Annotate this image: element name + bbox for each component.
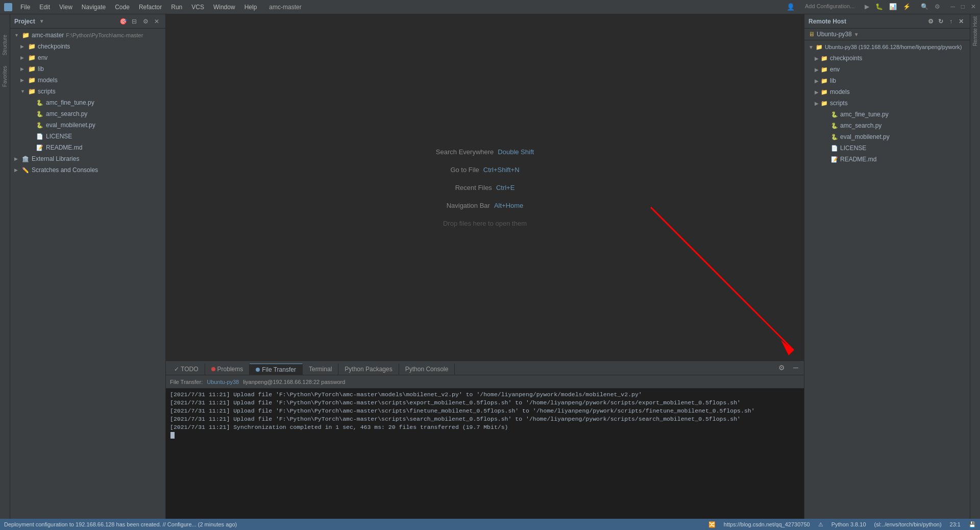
- tree-item-models[interactable]: ▶ 📁 models: [10, 75, 165, 86]
- remote-host-panel: Remote Host ⚙ ↻ ↑ ✕ 🖥 Ubuntu-py38 ▼ ▼ 📁: [804, 14, 970, 519]
- remote-lib-label: lib: [830, 77, 836, 84]
- remote-server-dropdown[interactable]: 🖥 Ubuntu-py38 ▼: [804, 29, 970, 40]
- tab-file-transfer[interactable]: File Transfer: [250, 364, 303, 375]
- remote-host-upload-btn[interactable]: ↑: [946, 17, 955, 26]
- remote-host-close-btn[interactable]: ✕: [957, 17, 966, 26]
- remote-item-amc-search[interactable]: 🐍 amc_search.py: [804, 120, 970, 131]
- status-url[interactable]: https://blog.csdn.net/qq_42730750: [724, 521, 810, 528]
- tab-terminal[interactable]: Terminal: [303, 364, 338, 375]
- minimize-button[interactable]: ─: [950, 3, 955, 11]
- problems-label: Problems: [217, 366, 243, 373]
- python-packages-label: Python Packages: [345, 366, 392, 373]
- menu-navigate[interactable]: Navigate: [78, 3, 110, 12]
- tree-readme-label: README.md: [46, 144, 82, 151]
- tab-python-packages[interactable]: Python Packages: [338, 364, 399, 375]
- structure-label[interactable]: Structure: [2, 35, 8, 56]
- bottom-tabs: ✓ TODO Problems File Transfer Terminal P…: [166, 361, 804, 375]
- python-path: (sl:../envs/torch/bin/python): [874, 521, 942, 528]
- tree-item-eval-mobilenet[interactable]: 🐍 eval_mobilenet.py: [10, 119, 165, 131]
- remote-item-amc-fine-tune[interactable]: 🐍 amc_fine_tune.py: [804, 109, 970, 120]
- bottom-panel-minimize[interactable]: ─: [790, 362, 802, 374]
- run-button[interactable]: ▶: [865, 3, 869, 11]
- remote-item-eval-mobilenet[interactable]: 🐍 eval_mobilenet.py: [804, 131, 970, 142]
- tree-lib-label: lib: [38, 65, 44, 73]
- remote-env-expand: ▶: [815, 67, 819, 73]
- settings-icon[interactable]: ⚙: [935, 3, 940, 11]
- eval-mobilenet-icon: 🐍: [36, 121, 44, 129]
- tree-amc-search-label: amc_search.py: [46, 110, 87, 117]
- project-close-button[interactable]: ✕: [152, 17, 161, 26]
- remote-item-lib[interactable]: ▶ 📁 lib: [804, 75, 970, 86]
- tree-item-scripts[interactable]: ▼ 📁 scripts: [10, 86, 165, 97]
- license-icon: 📄: [36, 132, 44, 140]
- remote-item-readme[interactable]: 📝 README.md: [804, 154, 970, 165]
- favorites-label[interactable]: Favorites: [2, 66, 8, 87]
- close-button[interactable]: ✕: [971, 3, 976, 11]
- remote-checkpoints-icon: 📁: [821, 55, 828, 62]
- menu-refactor[interactable]: Refactor: [135, 3, 166, 12]
- tree-checkpoints-label: checkpoints: [38, 43, 70, 50]
- remote-env-label: env: [830, 66, 840, 73]
- bottom-panel-settings[interactable]: ⚙: [775, 362, 788, 374]
- status-bar-right: 🔀 https://blog.csdn.net/qq_42730750 ⚠ Py…: [708, 521, 976, 528]
- menu-help[interactable]: Help: [240, 3, 261, 12]
- right-sidebar-strip: Remote Host: [970, 14, 980, 519]
- debug-button[interactable]: 🐛: [875, 3, 883, 11]
- remote-lib-expand: ▶: [815, 78, 819, 84]
- problems-dot: [211, 367, 215, 371]
- remote-host-refresh-btn[interactable]: ↻: [936, 17, 945, 26]
- root-folder-icon: 📁: [21, 31, 30, 39]
- add-config-button[interactable]: Add Configuration...: [805, 3, 854, 11]
- scripts-expand-icon: ▼: [20, 89, 27, 94]
- profile-button[interactable]: ⚡: [903, 3, 911, 11]
- remote-item-scripts[interactable]: ▶ 📁 scripts: [804, 98, 970, 109]
- log-line-4: [2021/7/31 11:21] Upload file 'F:\Python…: [170, 415, 800, 423]
- menu-run[interactable]: Run: [167, 3, 186, 12]
- log-line-1: [2021/7/31 11:21] Upload file 'F:\Python…: [170, 391, 800, 399]
- tree-item-checkpoints[interactable]: ▶ 📁 checkpoints: [10, 41, 165, 52]
- tab-todo[interactable]: ✓ TODO: [168, 364, 205, 375]
- remote-server-arrow: ▼: [854, 32, 859, 37]
- tree-item-license[interactable]: 📄 LICENSE: [10, 131, 165, 142]
- tab-python-console[interactable]: Python Console: [399, 364, 455, 375]
- user-icon[interactable]: 👤: [787, 3, 795, 11]
- menu-code[interactable]: Code: [111, 3, 134, 12]
- menu-file[interactable]: File: [16, 3, 34, 12]
- file-transfer-server-link[interactable]: Ubuntu-py38: [207, 379, 239, 385]
- tree-item-readme[interactable]: 📝 README.md: [10, 142, 165, 153]
- terminal-content[interactable]: [2021/7/31 11:21] Upload file 'F:\Python…: [166, 389, 804, 519]
- remote-item-checkpoints[interactable]: ▶ 📁 checkpoints: [804, 53, 970, 64]
- tree-item-amc-fine-tune[interactable]: 🐍 amc_fine_tune.py: [10, 97, 165, 108]
- tree-item-scratches[interactable]: ▶ ✏️ Scratches and Consoles: [10, 164, 165, 176]
- locate-file-button[interactable]: 🎯: [118, 17, 128, 26]
- remote-item-env[interactable]: ▶ 📁 env: [804, 64, 970, 75]
- tree-item-lib[interactable]: ▶ 📁 lib: [10, 63, 165, 75]
- maximize-button[interactable]: □: [961, 3, 965, 11]
- tab-problems[interactable]: Problems: [205, 364, 250, 375]
- remote-item-license[interactable]: 📄 LICENSE: [804, 142, 970, 154]
- remote-item-models[interactable]: ▶ 📁 models: [804, 86, 970, 98]
- remote-scripts-icon: 📁: [821, 100, 828, 107]
- status-bar: Deployment configuration to 192.168.66.1…: [0, 519, 980, 530]
- project-dropdown-icon[interactable]: ▼: [39, 18, 44, 24]
- tree-item-amc-search[interactable]: 🐍 amc_search.py: [10, 108, 165, 119]
- models-folder-icon: 📁: [28, 76, 36, 84]
- menu-view[interactable]: View: [55, 3, 77, 12]
- menu-vcs[interactable]: VCS: [187, 3, 208, 12]
- tree-root[interactable]: ▼ 📁 amc-master F:\Python\PyTorch\amc-mas…: [10, 30, 165, 41]
- collapse-all-button[interactable]: ⊟: [130, 17, 139, 26]
- coverage-button[interactable]: 📊: [889, 3, 897, 11]
- nav-bar-key: Alt+Home: [494, 202, 523, 209]
- menu-window[interactable]: Window: [209, 3, 239, 12]
- remote-host-strip-label[interactable]: Remote Host: [972, 16, 978, 46]
- menu-edit[interactable]: Edit: [35, 3, 54, 12]
- remote-root-item[interactable]: ▼ 📁 Ubuntu-py38 (192.168.66.128/home/liy…: [804, 41, 970, 53]
- project-settings-button[interactable]: ⚙: [141, 17, 150, 26]
- remote-root-expand: ▼: [808, 44, 814, 50]
- tree-item-env[interactable]: ▶ 📁 env: [10, 52, 165, 63]
- search-everywhere-icon[interactable]: 🔍: [921, 3, 928, 11]
- memory-icon: 💾: [969, 521, 976, 528]
- tree-item-external-libraries[interactable]: ▶ 🏛️ External Libraries: [10, 153, 165, 164]
- remote-host-settings-btn[interactable]: ⚙: [926, 17, 935, 26]
- tree-amc-fine-tune-label: amc_fine_tune.py: [46, 99, 94, 106]
